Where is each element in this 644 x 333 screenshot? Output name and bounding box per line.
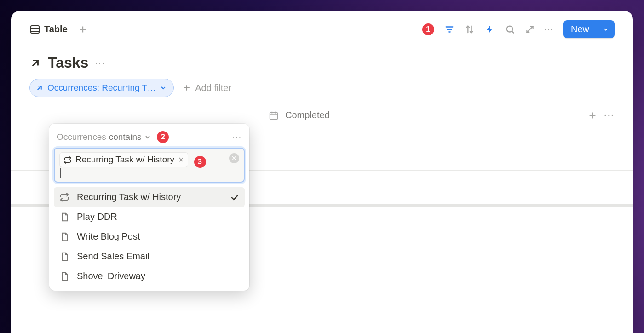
more-icon[interactable]: ··· <box>545 25 553 34</box>
filter-dropdown: Occurrences contains 2 ··· Recurring Tas… <box>49 124 249 291</box>
automations-icon[interactable] <box>485 24 495 34</box>
filter-value-token[interactable]: Recurring Task w/ History ✕ <box>59 152 188 167</box>
toolbar: 1 ··· New <box>422 20 615 38</box>
column-completed-label[interactable]: Completed <box>285 110 330 121</box>
repeat-icon <box>63 156 72 164</box>
filter-menu-icon[interactable]: ··· <box>232 132 242 142</box>
page-icon <box>59 252 69 262</box>
repeat-icon <box>59 192 69 202</box>
filter-value-input[interactable]: Recurring Task w/ History ✕ 3 ✕ <box>54 148 245 183</box>
view-tab-table[interactable]: Table <box>29 24 68 35</box>
filter-option[interactable]: Shovel Driveway <box>54 266 245 286</box>
filter-chip-occurrences[interactable]: Occurrences: Recurring T… <box>29 79 174 97</box>
page-header: Tasks ··· <box>11 46 633 76</box>
filter-option-label: Play DDR <box>77 212 117 222</box>
chevron-down-icon <box>144 133 151 141</box>
filter-option[interactable]: Write Blog Post <box>54 227 245 247</box>
add-filter-label: Add filter <box>195 83 231 93</box>
annotation-badge-3: 3 <box>194 156 206 168</box>
remove-token-icon[interactable]: ✕ <box>178 155 184 164</box>
filter-icon[interactable] <box>444 24 454 34</box>
page-menu-icon[interactable]: ··· <box>95 57 105 68</box>
svg-line-10 <box>512 31 514 33</box>
filter-operator-select[interactable]: contains <box>109 132 142 142</box>
app-window: Table 1 ··· New <box>11 11 633 333</box>
new-button[interactable]: New <box>564 20 615 38</box>
page-icon <box>59 212 69 222</box>
open-icon <box>35 84 44 92</box>
search-icon[interactable] <box>505 24 515 34</box>
text-cursor <box>60 168 61 178</box>
calendar-icon <box>269 110 279 121</box>
filter-property-label[interactable]: Occurrences <box>57 132 106 142</box>
page-icon <box>59 271 69 281</box>
add-filter-button[interactable]: Add filter <box>182 83 231 93</box>
chevron-down-icon <box>160 84 167 92</box>
filter-options-list: Recurring Task w/ History Play DDR Write… <box>54 187 245 286</box>
svg-rect-13 <box>270 112 278 119</box>
open-as-page-icon[interactable] <box>29 57 41 69</box>
filter-option-label: Recurring Task w/ History <box>77 192 181 202</box>
view-tab-label: Table <box>44 24 68 34</box>
page-icon <box>59 232 69 242</box>
clear-filter-icon[interactable]: ✕ <box>229 153 239 163</box>
filters-bar: Occurrences: Recurring T… Add filter <box>11 76 633 105</box>
filter-option[interactable]: Recurring Task w/ History <box>54 187 245 207</box>
filter-option-label: Shovel Driveway <box>77 271 145 281</box>
page-title[interactable]: Tasks <box>48 54 88 71</box>
views-tab-bar: Table 1 ··· New <box>11 11 633 46</box>
new-button-label: New <box>564 20 597 38</box>
add-view-button[interactable] <box>78 24 88 34</box>
filter-count-badge: 1 <box>422 23 434 35</box>
filter-option[interactable]: Play DDR <box>54 207 245 227</box>
annotation-badge-2: 2 <box>157 131 169 143</box>
filter-value-token-label: Recurring Task w/ History <box>75 155 174 165</box>
sort-icon[interactable] <box>465 24 475 34</box>
column-menu-icon[interactable]: ··· <box>604 110 615 121</box>
table-icon <box>29 24 40 35</box>
svg-point-9 <box>506 26 512 32</box>
filter-option-label: Send Sales Email <box>77 251 150 262</box>
filter-dropdown-header: Occurrences contains 2 ··· <box>54 128 245 148</box>
filter-option[interactable]: Send Sales Email <box>54 247 245 266</box>
filter-chip-label: Occurrences: Recurring T… <box>47 83 156 93</box>
expand-icon[interactable] <box>525 25 535 34</box>
add-column-button[interactable] <box>587 110 598 121</box>
new-button-dropdown[interactable] <box>597 20 615 38</box>
filter-option-label: Write Blog Post <box>77 231 140 242</box>
checkmark-icon <box>230 193 239 202</box>
